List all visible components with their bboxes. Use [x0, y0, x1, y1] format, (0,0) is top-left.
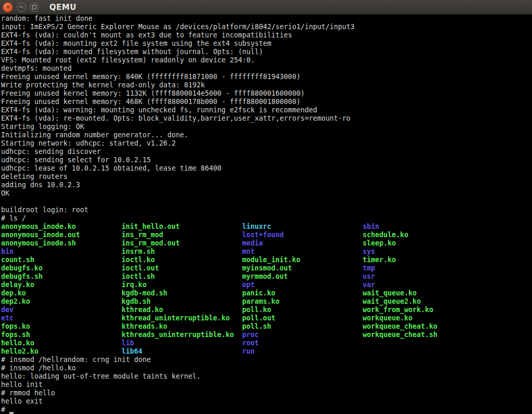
file-entry-dir: sys [363, 248, 483, 256]
file-entry-exec: poll.ko [242, 306, 363, 314]
file-entry-link: lib64 [122, 347, 242, 356]
file-entry-dir: sbin [363, 223, 483, 231]
boot-message-line: Freeing unused kernel memory: 840K (ffff… [1, 73, 532, 81]
maximize-button[interactable] [30, 3, 39, 12]
boot-message-line: devtmpfs: mounted [1, 64, 532, 73]
boot-message-line: EXT4-fs (vda): couldn't mount as ext3 du… [1, 31, 532, 40]
file-entry-dir: proc [242, 331, 363, 339]
window-title: QEMU [49, 3, 76, 12]
file-entry-exec: params.ko [242, 297, 363, 306]
console-line: hello exit [1, 397, 532, 406]
file-entry-exec: poll.sh [242, 322, 363, 331]
file-entry-exec: ioctl.sh [122, 273, 242, 281]
file-entry-exec: kthread.ko [122, 306, 242, 314]
console-line: # rmmod hello [1, 389, 532, 397]
boot-message-line: EXT4-fs (vda): mounting ext2 file system… [1, 40, 532, 48]
file-entry-exec: debugfs.ko [1, 264, 122, 273]
file-entry-exec: wait_queue2.ko [363, 297, 483, 306]
file-entry-dir: media [242, 239, 363, 248]
file-entry-exec: hello.ko [1, 339, 122, 347]
file-entry-exec: dep2.ko [1, 297, 122, 306]
boot-message-line: Freeing unused kernel memory: 1132K (fff… [1, 89, 532, 98]
file-entry-exec: insrm.sh [122, 248, 242, 256]
file-entry-dir: etc [1, 314, 122, 322]
file-entry-exec: kgdb.sh [122, 297, 242, 306]
file-entry-dir: dev [1, 306, 122, 314]
file-entry-exec: fops.sh [1, 331, 122, 339]
boot-message-line: udhcpc: sending select for 10.0.2.15 [1, 156, 532, 164]
close-icon: ✕ [5, 4, 10, 10]
file-entry-dir: var [363, 281, 483, 289]
boot-message-line: EXT4-fs (vda): re-mounted. Opts: block_v… [1, 114, 532, 123]
file-entry-exec: ioctl.out [122, 264, 242, 273]
ls-command-line: # ls / [1, 214, 532, 223]
boot-message-line: EXT4-fs (vda): mounted filesystem withou… [1, 48, 532, 56]
file-entry-exec: workqueue.ko [363, 314, 483, 322]
boot-message-line: deleting routers [1, 173, 532, 181]
console-line: hello: loading out-of-tree module taints… [1, 372, 532, 381]
boot-message-line: Freeing unused kernel memory: 468K (ffff… [1, 98, 532, 106]
shell-prompt-line: # [1, 406, 532, 414]
file-entry-exec: debugfs.sh [1, 273, 122, 281]
close-button[interactable]: ✕ [3, 2, 13, 12]
terminal-screen[interactable]: random: fast init doneinput: ImExPS/2 Ge… [0, 15, 532, 414]
boot-message-line: Starting logging: OK [1, 123, 532, 131]
minimize-button[interactable]: − [17, 3, 26, 12]
file-entry-exec: sleep.ko [363, 239, 483, 248]
file-entry-exec: anonymous_inode.sh [1, 239, 122, 248]
file-entry-dir: tmp [363, 264, 483, 273]
file-entry-dir: lib [122, 339, 242, 347]
login-line: buildroot login: root [1, 206, 532, 214]
file-entry-exec: wait_queue.ko [363, 289, 483, 297]
boot-message-line: udhcpc: sending discover [1, 148, 532, 156]
boot-message-line [1, 198, 532, 206]
file-entry-exec: kgdb-mod.sh [122, 289, 242, 297]
file-entry-exec: workqueue_cheat.ko [363, 322, 483, 331]
boot-message-line: input: ImExPS/2 Generic Explorer Mouse a… [1, 23, 532, 31]
file-entry-dir: usr [363, 273, 483, 281]
file-entry-exec: schedule.ko [363, 231, 483, 239]
file-entry-dir: opt [242, 281, 363, 289]
file-entry-exec: kthread_uninterruptible.ko [122, 314, 242, 322]
boot-message-line: OK [1, 189, 532, 198]
file-entry-exec: kthreads_uninterruptible.ko [122, 331, 242, 339]
file-entry-exec: irq.ko [122, 281, 242, 289]
file-entry-dir: run [242, 347, 363, 356]
boot-message-line: adding dns 10.0.2.3 [1, 181, 532, 189]
file-entry-exec: workqueue_cheat.sh [363, 331, 483, 339]
console-line: hello init [1, 381, 532, 389]
file-entry-exec: panic.ko [242, 289, 363, 297]
console-line: # insmod /hello.ko [1, 364, 532, 372]
file-entry-exec: dep.ko [1, 289, 122, 297]
file-entry-exec: anonymous_inode.ko [1, 223, 122, 231]
file-entry-exec: ioctl.ko [122, 256, 242, 264]
file-entry-dir: root [242, 339, 363, 347]
maximize-icon [32, 5, 36, 9]
file-entry-dir: mnt [242, 248, 363, 256]
file-entry-link: linuxrc [242, 223, 363, 231]
terminal-cursor [9, 412, 14, 414]
file-entry-exec: module_init.ko [242, 256, 363, 264]
file-entry-exec: poll.out [242, 314, 363, 322]
file-entry-exec: ins_rm_mod [122, 231, 242, 239]
file-entry-exec: count.sh [1, 256, 122, 264]
window-titlebar[interactable]: ✕ − QEMU [0, 0, 532, 15]
file-entry-exec: myinsmod.out [242, 264, 363, 273]
file-entry-exec: kthreads.ko [122, 322, 242, 331]
file-entry-exec: anonymous_inode.out [1, 231, 122, 239]
boot-message-line: Starting network: udhcpc: started, v1.26… [1, 139, 532, 148]
file-entry-dir: bin [1, 248, 122, 256]
boot-message-line: VFS: Mounted root (ext2 filesystem) read… [1, 56, 532, 64]
ls-output: anonymous_inode.koanonymous_inode.outano… [1, 223, 532, 356]
file-entry-exec: myrmmod.out [242, 273, 363, 281]
file-entry-exec: hello2.ko [1, 347, 122, 356]
boot-message-line: random: fast init done [1, 15, 532, 23]
file-entry-exec: delay.ko [1, 281, 122, 289]
file-entry-exec: work_from_work.ko [363, 306, 483, 314]
boot-message-line: Write protecting the kernel read-only da… [1, 81, 532, 89]
console-line: # insmod /hellrandom: crng init done [1, 356, 532, 364]
boot-message-line: Initializing random number generator... … [1, 131, 532, 139]
boot-message-line: udhcpc: lease of 10.0.2.15 obtained, lea… [1, 164, 532, 173]
file-entry-dir: lost+found [242, 231, 363, 239]
boot-message-line: EXT4-fs (vda): warning: mounting uncheck… [1, 106, 532, 114]
